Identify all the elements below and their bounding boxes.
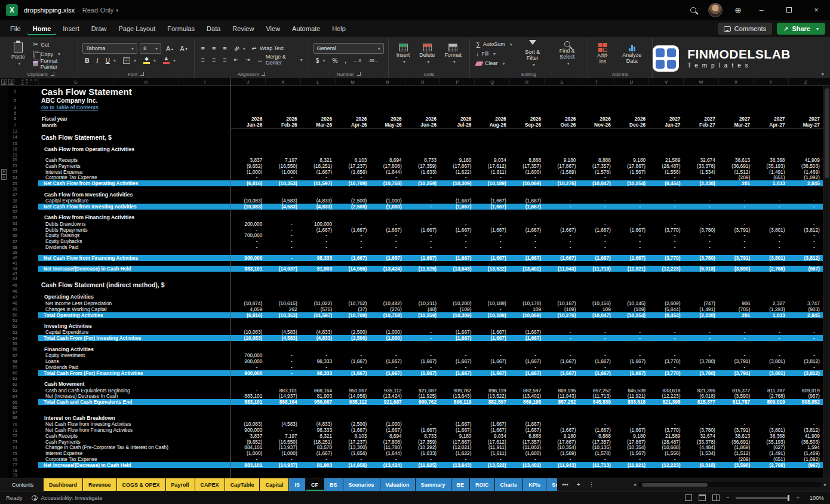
cell[interactable]: 884,101 — [230, 445, 265, 451]
row-number[interactable]: 6 — [8, 115, 21, 122]
row-number[interactable]: 56 — [8, 346, 21, 352]
cell[interactable]: (1,667) — [509, 370, 544, 376]
cell[interactable]: - — [579, 174, 613, 180]
cell[interactable]: (8,454) — [648, 312, 683, 318]
minimize-button[interactable]: – — [754, 6, 769, 14]
cell[interactable]: (10,354) — [544, 445, 579, 451]
cell[interactable]: (1,644) — [370, 450, 404, 456]
cell[interactable]: - — [579, 364, 613, 370]
cell[interactable]: - — [230, 238, 265, 244]
cell[interactable]: (14,956) — [335, 394, 370, 399]
cell[interactable]: (1,667) — [579, 370, 613, 376]
cell[interactable]: (10,178) — [509, 300, 544, 306]
cell[interactable]: (1,000) — [230, 169, 265, 175]
cell[interactable]: (4,583) — [265, 330, 300, 336]
cell[interactable]: (2,500) — [335, 335, 370, 341]
cell[interactable]: - — [788, 352, 823, 358]
cell[interactable]: (1,667) — [370, 427, 404, 433]
cell[interactable]: - — [648, 456, 683, 462]
cell[interactable]: - — [265, 244, 300, 250]
cell[interactable]: (1,667) — [614, 370, 648, 376]
cell[interactable]: (9,652) — [230, 439, 265, 445]
cell[interactable]: 200,000 — [230, 221, 265, 227]
sheet-tab-valuation[interactable]: Valuation — [380, 478, 415, 491]
cell[interactable]: - — [753, 198, 788, 204]
cell[interactable]: (16,550) — [265, 163, 300, 169]
cell[interactable]: (17,867) — [439, 439, 474, 445]
cell[interactable]: - — [230, 456, 265, 462]
cell[interactable]: 900,000 — [230, 427, 265, 433]
column-header-k[interactable]: K — [265, 78, 300, 85]
cell[interactable]: (17,359) — [405, 163, 439, 169]
cell[interactable]: 857,252 — [544, 399, 579, 405]
fill-button[interactable]: ↓Fill▾ — [474, 50, 514, 59]
cell[interactable]: - — [544, 238, 579, 244]
find-select-button[interactable]: Find & Select▾ — [551, 40, 583, 68]
cell[interactable]: - — [614, 335, 648, 341]
cell[interactable]: - — [370, 221, 404, 227]
cell[interactable]: (1,667) — [335, 358, 370, 364]
cell[interactable]: (4,833) — [300, 204, 335, 210]
align-bottom-button[interactable]: ≡ — [220, 44, 229, 53]
network-icon[interactable]: ⊕ — [734, 5, 742, 15]
cell[interactable]: 7,197 — [265, 157, 300, 163]
cell[interactable]: 83,570 — [300, 445, 335, 451]
sheet-tab-summary[interactable]: Summary — [416, 478, 451, 491]
cell[interactable]: - — [405, 244, 439, 250]
cell[interactable]: - — [683, 456, 718, 462]
row-number[interactable]: 21 — [8, 163, 21, 169]
row-number[interactable]: 67 — [8, 410, 21, 414]
cell[interactable]: 1,033 — [753, 312, 788, 318]
cell[interactable]: 700,000 — [230, 352, 265, 358]
cell[interactable]: - — [405, 335, 439, 341]
cell[interactable]: (3,770) — [648, 227, 683, 233]
cell[interactable]: 8,694 — [370, 157, 404, 163]
cell[interactable]: (3,801) — [753, 370, 788, 376]
cell[interactable]: - — [230, 227, 265, 233]
scroll-left-icon[interactable]: ◂ — [634, 482, 636, 487]
cell[interactable]: (5,844) — [648, 306, 683, 312]
cell[interactable]: - — [753, 352, 788, 358]
cell[interactable]: - — [614, 204, 648, 210]
cell[interactable]: (1,000) — [265, 450, 300, 456]
cell[interactable]: 8,733 — [405, 433, 439, 439]
cell[interactable]: 882,597 — [474, 399, 509, 405]
cell[interactable]: - — [753, 244, 788, 250]
row-number[interactable]: 13 — [8, 128, 21, 133]
cell[interactable]: (28,487) — [648, 439, 683, 445]
collapse-ribbon-icon[interactable]: ▾ — [821, 71, 824, 77]
cell[interactable]: 883,101 — [230, 266, 265, 272]
cell[interactable]: (35,193) — [753, 163, 788, 169]
cell[interactable]: - — [579, 244, 613, 250]
cell[interactable]: (1,469) — [788, 169, 823, 175]
cell[interactable]: (1,667) — [439, 335, 474, 341]
number-format-select[interactable]: General▾ — [313, 43, 384, 54]
cell[interactable]: (10,211) — [405, 300, 439, 306]
menu-item-automate[interactable]: Automate — [287, 22, 325, 35]
cell[interactable]: (1,293) — [753, 306, 788, 312]
row-number[interactable]: 25 — [8, 180, 21, 186]
cell[interactable]: (11,022) — [300, 300, 335, 306]
cell[interactable]: - — [648, 174, 683, 180]
column-header-i[interactable]: I — [179, 78, 230, 85]
cell[interactable]: (2,768) — [753, 266, 788, 272]
cell[interactable]: (1,667) — [579, 427, 613, 433]
cell[interactable]: Feb-26 — [265, 122, 300, 128]
cell[interactable]: - — [474, 352, 509, 358]
cell[interactable]: (17,237) — [335, 163, 370, 169]
cell[interactable]: (10,353) — [265, 312, 300, 318]
column-header-u[interactable]: U — [614, 78, 648, 85]
cell[interactable]: (11,925) — [405, 462, 439, 468]
cell[interactable]: (4,583) — [265, 204, 300, 210]
cell[interactable]: (3,812) — [788, 227, 823, 233]
row-number[interactable]: 34 — [8, 221, 21, 227]
cell[interactable]: (17,867) — [614, 163, 648, 169]
cell[interactable]: (1,667) — [614, 227, 648, 233]
cell[interactable]: - — [753, 330, 788, 336]
sheet-tab-scenarios[interactable]: Scenarios — [343, 478, 380, 491]
cell[interactable]: (10,083) — [230, 335, 265, 341]
cell[interactable]: (109) — [614, 306, 648, 312]
bold-button[interactable]: B — [82, 56, 91, 65]
cell[interactable]: - — [683, 352, 718, 358]
cell[interactable]: (13,424) — [370, 462, 404, 468]
